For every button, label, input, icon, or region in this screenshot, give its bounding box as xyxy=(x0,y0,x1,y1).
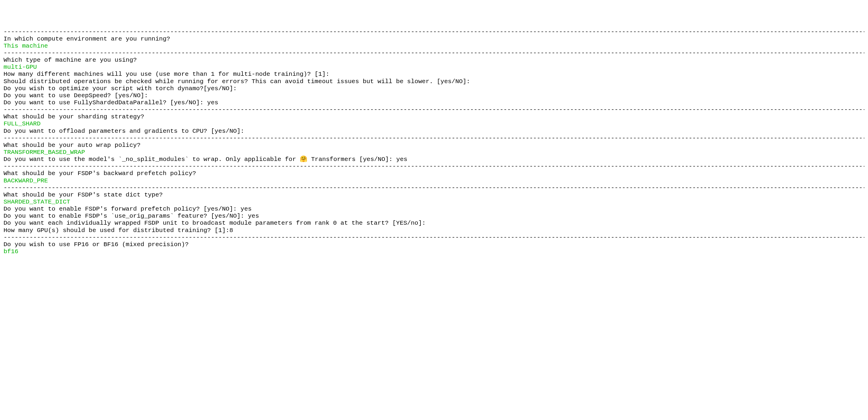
prompt-line: What should be your sharding strategy? xyxy=(3,114,865,121)
answer-line: SHARDED_STATE_DICT xyxy=(3,198,865,205)
prompt-line: Do you want to use the model's `_no_spli… xyxy=(3,156,865,163)
answer-line: TRANSFORMER_BASED_WRAP xyxy=(3,149,865,156)
separator: ----------------------------------------… xyxy=(3,135,865,142)
separator: ----------------------------------------… xyxy=(3,185,865,192)
prompt-line: Do you want to enable FSDP's forward pre… xyxy=(3,205,865,213)
answer-line: This machine xyxy=(3,42,865,50)
prompt-line: How many GPU(s) should be used for distr… xyxy=(3,227,865,234)
prompt-line: Do you want each individually wrapped FS… xyxy=(3,220,865,227)
separator: ----------------------------------------… xyxy=(3,163,865,170)
prompt-line: What should be your FSDP's state dict ty… xyxy=(3,192,865,198)
prompt-line: In which compute environment are you run… xyxy=(3,36,865,42)
prompt-line: Do you want to offload parameters and gr… xyxy=(3,128,865,135)
prompt-line: What should be your auto wrap policy? xyxy=(3,142,865,149)
separator: ----------------------------------------… xyxy=(3,106,865,114)
prompt-line: Should distributed operations be checked… xyxy=(3,78,865,85)
prompt-line: Do you want to use FullyShardedDataParal… xyxy=(3,99,865,106)
prompt-line: Which type of machine are you using? xyxy=(3,57,865,64)
prompt-line: Do you want to use DeepSpeed? [yes/NO]: xyxy=(3,92,865,99)
answer-line: multi-GPU xyxy=(3,64,865,71)
prompt-line: Do you want to enable FSDP's `use_orig_p… xyxy=(3,213,865,220)
answer-line: bf16 xyxy=(3,248,865,255)
answer-line: FULL_SHARD xyxy=(3,121,865,127)
separator: ----------------------------------------… xyxy=(3,234,865,241)
prompt-line: Do you wish to optimize your script with… xyxy=(3,85,865,92)
prompt-line: What should be your FSDP's backward pref… xyxy=(3,170,865,177)
prompt-line: Do you wish to use FP16 or BF16 (mixed p… xyxy=(3,241,865,248)
answer-line: BACKWARD_PRE xyxy=(3,177,865,185)
prompt-line: How many different machines will you use… xyxy=(3,71,865,78)
separator: ----------------------------------------… xyxy=(3,29,865,36)
terminal-output: ----------------------------------------… xyxy=(3,29,865,256)
separator: ----------------------------------------… xyxy=(3,50,865,57)
